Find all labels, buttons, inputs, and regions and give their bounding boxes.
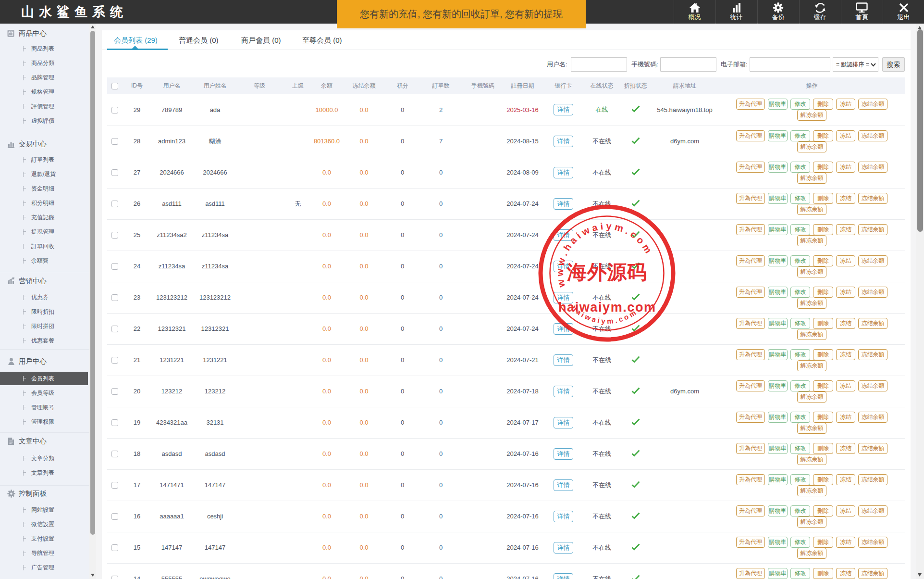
svg-text:海外源码: 海外源码 xyxy=(567,261,647,283)
